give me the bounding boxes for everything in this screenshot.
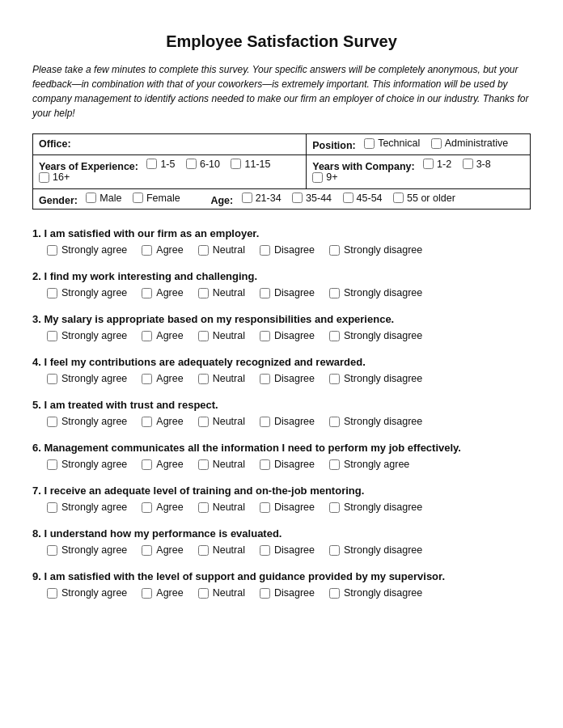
years-company-1-2[interactable]: 1-2	[423, 159, 451, 170]
option-q6-3[interactable]: Neutral	[198, 459, 245, 470]
checkbox-q7-4[interactable]	[260, 502, 270, 513]
checkbox-q5-4[interactable]	[260, 417, 270, 427]
checkbox-q5-3[interactable]	[198, 417, 209, 427]
option-q1-5[interactable]: Strongly disagree	[329, 244, 422, 256]
option-q8-3[interactable]: Neutral	[198, 544, 245, 556]
option-q5-4[interactable]: Disagree	[260, 416, 315, 427]
checkbox-q6-1[interactable]	[47, 459, 57, 470]
option-q6-4[interactable]: Disagree	[260, 459, 315, 470]
checkbox-q6-5[interactable]	[329, 459, 340, 470]
checkbox-q6-2[interactable]	[142, 459, 152, 470]
option-q3-2[interactable]: Agree	[142, 330, 183, 341]
checkbox-q2-1[interactable]	[47, 288, 57, 298]
years-company-3-8[interactable]: 3-8	[463, 159, 491, 170]
option-q5-5[interactable]: Strongly disagree	[329, 416, 422, 427]
option-q8-1[interactable]: Strongly agree	[47, 544, 127, 556]
years-exp-1-5[interactable]: 1-5	[146, 159, 175, 170]
checkbox-q4-1[interactable]	[47, 374, 57, 384]
option-q9-5[interactable]: Strongly disagree	[329, 587, 422, 599]
checkbox-q4-5[interactable]	[329, 374, 340, 384]
checkbox-q3-1[interactable]	[47, 331, 57, 341]
age-35-44[interactable]: 35-44	[292, 193, 332, 204]
option-q8-5[interactable]: Strongly disagree	[329, 544, 422, 556]
checkbox-q3-3[interactable]	[198, 331, 209, 341]
age-45-54[interactable]: 45-54	[343, 193, 383, 204]
checkbox-q8-2[interactable]	[142, 545, 152, 556]
checkbox-q7-2[interactable]	[142, 502, 152, 513]
position-administrative[interactable]: Administrative	[431, 138, 509, 149]
option-q1-2[interactable]: Agree	[142, 244, 183, 256]
checkbox-q6-3[interactable]	[198, 459, 209, 470]
checkbox-q8-3[interactable]	[198, 545, 209, 556]
position-technical[interactable]: Technical	[364, 138, 420, 149]
years-company-9plus[interactable]: 9+	[312, 171, 337, 183]
option-q1-3[interactable]: Neutral	[198, 244, 245, 256]
option-q9-3[interactable]: Neutral	[198, 587, 245, 599]
checkbox-q1-4[interactable]	[260, 245, 270, 256]
option-q9-4[interactable]: Disagree	[260, 587, 315, 599]
checkbox-q7-5[interactable]	[329, 502, 340, 513]
option-q7-2[interactable]: Agree	[142, 502, 183, 513]
checkbox-q9-4[interactable]	[260, 588, 270, 599]
option-q6-1[interactable]: Strongly agree	[47, 459, 127, 470]
option-q5-3[interactable]: Neutral	[198, 416, 245, 427]
checkbox-q6-4[interactable]	[260, 459, 270, 470]
option-q2-1[interactable]: Strongly agree	[47, 287, 127, 298]
checkbox-q9-3[interactable]	[198, 588, 209, 599]
years-exp-16plus[interactable]: 16+	[39, 171, 70, 183]
option-q2-2[interactable]: Agree	[142, 287, 183, 298]
gender-female[interactable]: Female	[133, 193, 180, 204]
checkbox-q2-4[interactable]	[260, 288, 270, 298]
checkbox-q4-4[interactable]	[260, 374, 270, 384]
option-q5-1[interactable]: Strongly agree	[47, 416, 127, 427]
option-q4-5[interactable]: Strongly disagree	[329, 373, 422, 384]
checkbox-q4-2[interactable]	[142, 374, 152, 384]
checkbox-q8-1[interactable]	[47, 545, 57, 556]
checkbox-q9-5[interactable]	[329, 588, 340, 599]
gender-male[interactable]: Male	[86, 193, 121, 204]
option-q3-3[interactable]: Neutral	[198, 330, 245, 341]
option-q1-4[interactable]: Disagree	[260, 244, 315, 256]
position-technical-checkbox[interactable]	[364, 138, 375, 149]
checkbox-q3-2[interactable]	[142, 331, 152, 341]
checkbox-q1-5[interactable]	[329, 245, 340, 256]
option-q7-4[interactable]: Disagree	[260, 502, 315, 513]
option-q6-2[interactable]: Agree	[142, 459, 183, 470]
checkbox-q1-1[interactable]	[47, 245, 57, 256]
position-administrative-checkbox[interactable]	[431, 138, 442, 149]
checkbox-q8-5[interactable]	[329, 545, 340, 556]
checkbox-q5-1[interactable]	[47, 417, 57, 427]
option-q3-5[interactable]: Strongly disagree	[329, 330, 422, 341]
checkbox-q7-1[interactable]	[47, 502, 57, 513]
option-q4-4[interactable]: Disagree	[260, 373, 315, 384]
option-q3-4[interactable]: Disagree	[260, 330, 315, 341]
checkbox-q1-2[interactable]	[142, 245, 152, 256]
checkbox-q5-2[interactable]	[142, 417, 152, 427]
checkbox-q8-4[interactable]	[260, 545, 270, 556]
checkbox-q9-2[interactable]	[142, 588, 152, 599]
option-q3-1[interactable]: Strongly agree	[47, 330, 127, 341]
option-q2-3[interactable]: Neutral	[198, 287, 245, 298]
option-q9-2[interactable]: Agree	[142, 587, 183, 599]
option-q5-2[interactable]: Agree	[142, 416, 183, 427]
option-q8-4[interactable]: Disagree	[260, 544, 315, 556]
years-exp-6-10[interactable]: 6-10	[186, 159, 220, 170]
option-q4-2[interactable]: Agree	[142, 373, 183, 384]
option-q4-1[interactable]: Strongly agree	[47, 373, 127, 384]
option-q2-4[interactable]: Disagree	[260, 287, 315, 298]
checkbox-q1-3[interactable]	[198, 245, 209, 256]
option-q2-5[interactable]: Strongly disagree	[329, 287, 422, 298]
option-q9-1[interactable]: Strongly agree	[47, 587, 127, 599]
years-exp-11-15[interactable]: 11-15	[231, 159, 270, 170]
age-21-34[interactable]: 21-34	[242, 193, 282, 204]
option-q6-5[interactable]: Strongly agree	[329, 459, 409, 470]
option-q7-5[interactable]: Strongly disagree	[329, 502, 422, 513]
option-q1-1[interactable]: Strongly agree	[47, 244, 127, 256]
option-q7-3[interactable]: Neutral	[198, 502, 245, 513]
checkbox-q5-5[interactable]	[329, 417, 340, 427]
checkbox-q3-5[interactable]	[329, 331, 340, 341]
checkbox-q7-3[interactable]	[198, 502, 209, 513]
option-q4-3[interactable]: Neutral	[198, 373, 245, 384]
checkbox-q2-3[interactable]	[198, 288, 209, 298]
checkbox-q4-3[interactable]	[198, 374, 209, 384]
